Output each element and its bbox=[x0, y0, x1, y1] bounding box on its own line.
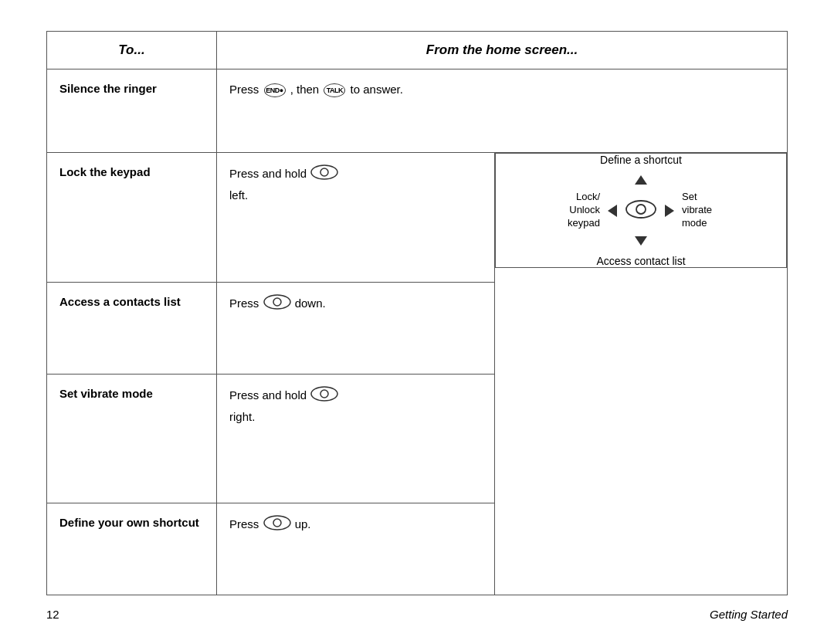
arrow-up-icon bbox=[635, 175, 647, 185]
nav-icon-diagram bbox=[625, 199, 657, 222]
diagram-label-left: Lock/ Unlock keypad bbox=[554, 191, 600, 230]
action-label-shortcut: Define your own shortcut bbox=[47, 503, 217, 595]
action-desc-contacts: Press down. bbox=[217, 283, 495, 375]
arrow-down-icon bbox=[635, 236, 647, 246]
svg-point-9 bbox=[273, 519, 281, 527]
label-lock1: Lock/ bbox=[576, 191, 600, 202]
label-lock3: keypad bbox=[568, 217, 600, 229]
desc-text-answer: to answer. bbox=[351, 83, 403, 96]
desc-press-contacts: Press bbox=[229, 297, 263, 310]
action-label-lock: Lock the keypad bbox=[47, 153, 217, 283]
arrow-right-icon bbox=[665, 205, 674, 217]
action-label-vibrate: Set vibrate mode bbox=[47, 374, 217, 503]
svg-point-0 bbox=[311, 165, 337, 179]
action-label-contacts: Access a contacts list bbox=[47, 283, 217, 375]
talk-button-icon: TALK bbox=[324, 83, 345, 97]
svg-point-5 bbox=[273, 298, 281, 306]
svg-point-1 bbox=[320, 168, 328, 176]
label-lock2: Unlock bbox=[569, 204, 600, 215]
nav-icon-vibrate bbox=[310, 385, 339, 408]
desc-right: right. bbox=[229, 410, 255, 423]
diagram-label-top: Define a shortcut bbox=[600, 154, 682, 166]
diagram-label-bottom: Access contact list bbox=[596, 255, 685, 267]
nav-icon-shortcut bbox=[263, 514, 292, 537]
action-desc-vibrate: Press and hold right. bbox=[217, 374, 495, 503]
desc-text-silence: Press bbox=[229, 83, 263, 96]
desc-press-hold-vibrate: Press and hold bbox=[229, 388, 310, 402]
footer: 12 Getting Started bbox=[46, 595, 788, 621]
footer-title: Getting Started bbox=[710, 608, 788, 621]
svg-point-3 bbox=[636, 205, 646, 214]
svg-point-2 bbox=[626, 201, 656, 218]
header-row: To... From the home screen... bbox=[47, 32, 788, 69]
desc-left: left. bbox=[229, 188, 248, 202]
desc-press-hold-lock: Press and hold bbox=[229, 168, 310, 181]
action-label-silence: Silence the ringer bbox=[47, 69, 217, 153]
header-col2: From the home screen... bbox=[217, 32, 788, 69]
table-row: Lock the keypad Press and hold left. Def bbox=[47, 153, 788, 283]
label-vib2: vibrate bbox=[682, 204, 712, 215]
action-desc-lock: Press and hold left. bbox=[217, 153, 495, 283]
desc-up: up. bbox=[295, 518, 311, 531]
page-container: To... From the home screen... Silence th… bbox=[0, 0, 834, 644]
diagram-center-row: Lock/ Unlock keypad bbox=[554, 191, 728, 230]
label-vib1: Set bbox=[682, 191, 697, 202]
desc-text-then: , then bbox=[290, 83, 323, 96]
header-col1: To... bbox=[47, 32, 217, 69]
label-vib3: mode bbox=[682, 217, 707, 229]
diagram-box: Define a shortcut Lock/ Unlock keypad bbox=[495, 153, 787, 268]
end-button-icon: END● bbox=[264, 83, 286, 97]
svg-point-7 bbox=[320, 390, 328, 398]
action-desc-silence: Press END● , then TALK to answer. bbox=[217, 69, 788, 153]
nav-icon-contacts bbox=[263, 293, 292, 316]
table-row: Silence the ringer Press END● , then TAL… bbox=[47, 69, 788, 153]
desc-down: down. bbox=[295, 297, 326, 310]
desc-press-shortcut: Press bbox=[229, 518, 263, 531]
svg-point-6 bbox=[311, 387, 337, 401]
svg-point-8 bbox=[264, 516, 290, 530]
main-table: To... From the home screen... Silence th… bbox=[46, 31, 788, 595]
diagram-label-right: Set vibrate mode bbox=[682, 191, 728, 230]
arrow-left-icon bbox=[608, 205, 617, 217]
nav-icon-lock bbox=[310, 164, 339, 186]
svg-point-4 bbox=[264, 295, 290, 309]
page-number: 12 bbox=[46, 608, 59, 621]
action-desc-shortcut: Press up. bbox=[217, 503, 495, 595]
